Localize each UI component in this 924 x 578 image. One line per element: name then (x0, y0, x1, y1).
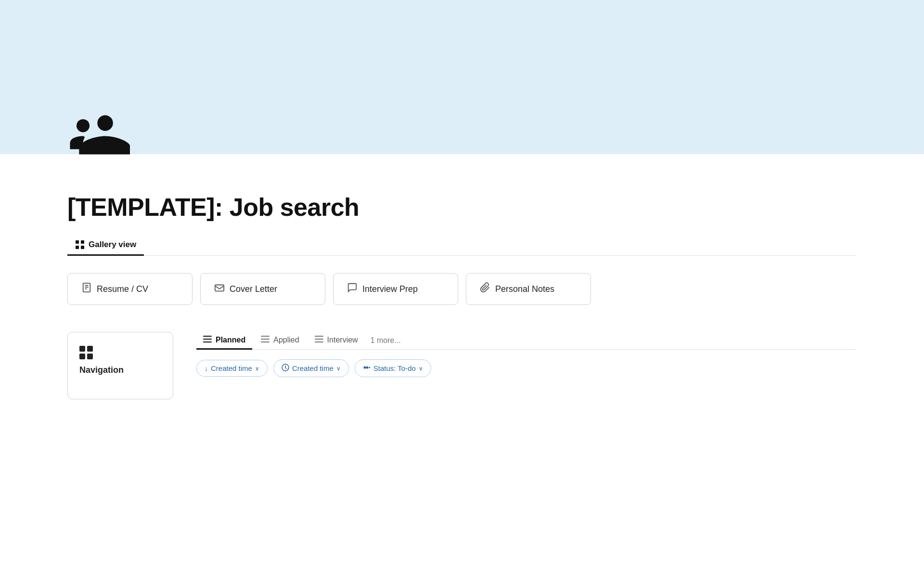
interview-tab-icon (315, 336, 323, 344)
tab-gallery-view[interactable]: Gallery view (67, 235, 144, 256)
more-tabs-button[interactable]: 1 more... (367, 332, 405, 349)
filter-row: ↓ Created time ∨ Created time ∨ (196, 359, 857, 377)
svg-rect-10 (215, 285, 224, 291)
svg-point-1 (77, 119, 90, 132)
nav-card: Navigation (67, 332, 173, 399)
svg-point-23 (369, 367, 370, 368)
status-icon (363, 364, 371, 373)
svg-rect-11 (203, 336, 212, 337)
planned-tab-icon (203, 336, 212, 344)
filter-status[interactable]: Status: To-do ∨ (355, 359, 431, 377)
cover-letter-button[interactable]: Cover Letter (200, 273, 325, 305)
filter-time-chevron: ∨ (336, 365, 341, 372)
svg-rect-16 (261, 342, 270, 342)
svg-rect-3 (81, 240, 84, 244)
personal-notes-button[interactable]: Personal Notes (466, 273, 591, 305)
svg-rect-18 (315, 339, 323, 340)
clock-icon (282, 364, 289, 373)
svg-rect-2 (76, 240, 79, 244)
filter-status-chevron: ∨ (419, 365, 423, 372)
filter-created-time-clock[interactable]: Created time ∨ (273, 359, 349, 377)
view-tabs: Gallery view (67, 235, 857, 256)
filter-sort-label: Created time (211, 364, 252, 372)
nav-card-icon (79, 346, 93, 359)
resume-cv-label: Resume / CV (97, 284, 148, 294)
people-icon (67, 112, 130, 173)
personal-notes-label: Personal Notes (495, 284, 554, 294)
interview-prep-button[interactable]: Interview Prep (333, 273, 458, 305)
svg-rect-19 (315, 342, 323, 342)
applied-tab-icon (261, 336, 270, 344)
svg-rect-17 (315, 336, 323, 337)
page-icon-area (67, 112, 130, 173)
interview-prep-label: Interview Prep (362, 284, 418, 294)
table-section: Planned Applied (196, 332, 857, 377)
cover-letter-label: Cover Letter (230, 284, 277, 294)
svg-point-22 (366, 367, 368, 369)
filter-sort-chevron: ∨ (255, 365, 259, 372)
svg-rect-4 (76, 246, 79, 249)
svg-rect-5 (81, 246, 84, 249)
header-banner (0, 0, 924, 154)
interview-tab-label: Interview (327, 336, 358, 344)
svg-point-0 (97, 115, 113, 131)
gallery-view-icon (75, 240, 85, 250)
svg-rect-15 (261, 339, 270, 340)
resume-cv-button[interactable]: Resume / CV (67, 273, 192, 305)
bottom-section: Navigation Planned (67, 332, 857, 399)
cover-letter-icon (214, 282, 225, 296)
filter-status-label: Status: To-do (373, 364, 416, 372)
page-title: [TEMPLATE]: Job search (67, 193, 857, 222)
svg-rect-12 (203, 339, 212, 340)
filter-time-label: Created time (292, 364, 334, 372)
svg-point-21 (363, 367, 366, 369)
svg-rect-13 (203, 342, 212, 342)
tab-planned[interactable]: Planned (196, 332, 252, 350)
filter-created-time-sort[interactable]: ↓ Created time ∨ (196, 360, 268, 377)
personal-notes-icon (480, 282, 490, 296)
main-content: [TEMPLATE]: Job search Gallery view (0, 154, 924, 419)
resume-icon (81, 282, 92, 296)
gallery-view-label: Gallery view (89, 240, 136, 250)
applied-tab-label: Applied (273, 336, 299, 344)
nav-card-label: Navigation (79, 365, 124, 375)
svg-rect-14 (261, 336, 270, 337)
category-buttons: Resume / CV Cover Letter Interview Prep (67, 273, 857, 305)
planned-tab-label: Planned (216, 336, 245, 344)
tab-interview[interactable]: Interview (308, 332, 365, 350)
interview-prep-icon (347, 282, 358, 296)
tab-applied[interactable]: Applied (254, 332, 306, 350)
sort-down-icon: ↓ (205, 365, 208, 372)
table-tabs: Planned Applied (196, 332, 857, 350)
